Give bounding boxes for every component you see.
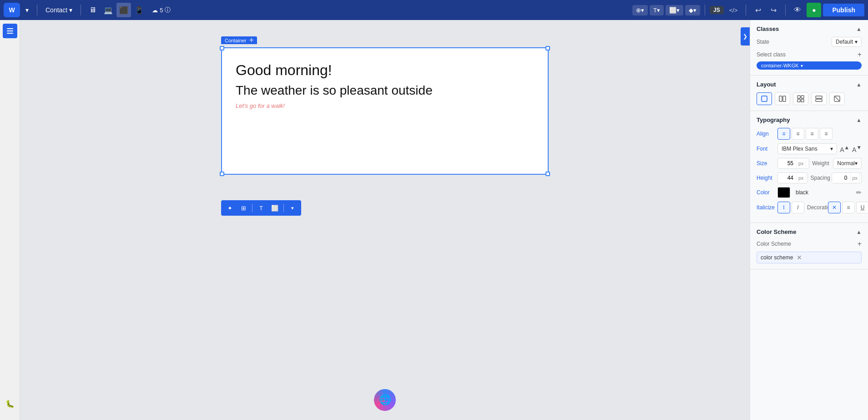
add-class-btn[interactable]: + <box>858 51 862 59</box>
js-badge: JS <box>710 6 724 14</box>
canvas-heading1[interactable]: Good morning! <box>236 62 534 79</box>
svg-rect-2 <box>7 33 13 34</box>
typography-title: Typography <box>757 116 790 123</box>
state-label: State <box>757 39 769 45</box>
weight-select[interactable]: Normal ▾ <box>833 158 862 169</box>
resize-handle-tl[interactable] <box>220 46 224 51</box>
font-select[interactable]: IBM Plex Sans ▾ <box>777 143 837 154</box>
italicize-btn-group: I I <box>777 202 804 213</box>
typo-font-row: Font IBM Plex Sans ▾ A▲ A▼ <box>757 143 862 154</box>
typo-color-row: Color black ✏ <box>757 187 862 198</box>
typo-size-weight-row: Size px ▲ ▼ Weight Normal ▾ <box>757 158 862 169</box>
layout-split[interactable] <box>811 92 827 105</box>
nav-logo-dropdown[interactable]: ▾ <box>22 5 32 15</box>
select-class-row: Select class + <box>757 51 862 59</box>
canvas-toolbar-layout[interactable]: ⊞ <box>237 202 249 214</box>
canvas-toolbar-move[interactable]: ✦ <box>224 202 236 214</box>
size-down-btn[interactable]: ▼ <box>806 163 810 168</box>
height-up-btn[interactable]: ▲ <box>806 173 808 178</box>
no-decoration-btn[interactable]: ✕ <box>828 202 841 213</box>
color-scheme-header: Color Scheme ▲ <box>757 228 862 235</box>
container-label: Container ✛ <box>221 36 257 44</box>
align-center-btn[interactable]: ≡ <box>792 128 804 140</box>
publish-btn[interactable]: Publish <box>823 4 864 16</box>
align-btn-group: ≡ ≡ ≡ ≡ <box>777 128 833 140</box>
globe-icon-wrapper: 🌐 <box>374 389 396 411</box>
layout-two-col[interactable] <box>775 92 790 105</box>
spacing-down-btn[interactable]: ▼ <box>860 178 862 182</box>
nav-logo[interactable]: W <box>4 3 20 17</box>
decoration-btn-group: ✕ ≡ U S <box>828 202 868 213</box>
decoration-align-btn[interactable]: ≡ <box>842 202 855 213</box>
canvas-subtext[interactable]: Let's go for a walk! <box>236 102 534 109</box>
nav-code-editor-btn[interactable]: </> <box>726 5 742 15</box>
canvas-container-wrapper: Container ✛ Good morning! The weather is… <box>221 47 549 175</box>
typo-height-spacing-row: Height px ▲ ▼ Spacing px ▲ ▼ <box>757 172 862 183</box>
svg-rect-8 <box>797 99 800 102</box>
spacing-stepper: ▲ ▼ <box>859 173 862 182</box>
nav-code-tool[interactable]: ◆▾ <box>685 5 700 15</box>
layout-hidden[interactable] <box>829 92 845 105</box>
layout-collapse-btn[interactable]: ▲ <box>856 81 862 88</box>
sidebar-layers-btn[interactable] <box>3 24 17 38</box>
spacing-input[interactable] <box>832 173 850 183</box>
svg-rect-7 <box>801 96 804 98</box>
right-panel: ❯ Classes ▲ State Default ▾ Select class… <box>750 20 868 420</box>
undo-redo-group: ↩ ↪ <box>751 3 781 17</box>
resize-handle-br[interactable] <box>545 172 550 176</box>
sidebar-bug-btn[interactable]: 🐛 <box>3 396 17 411</box>
color-scheme-remove-btn[interactable]: ✕ <box>797 254 802 261</box>
height-down-btn[interactable]: ▼ <box>806 178 808 182</box>
eyedropper-btn[interactable]: ✏ <box>856 189 862 196</box>
redo-btn[interactable]: ↪ <box>766 3 781 17</box>
color-swatch[interactable] <box>777 187 790 198</box>
resize-handle-bl[interactable] <box>220 172 224 176</box>
main-area: 🐛 Container ✛ Good morning! The weather … <box>0 20 868 420</box>
size-input[interactable] <box>778 158 796 168</box>
canvas-content-container[interactable]: Good morning! The weather is so pleasant… <box>221 47 549 175</box>
nav-text-tool[interactable]: T▾ <box>650 5 664 15</box>
nav-add-tool[interactable]: ⊕▾ <box>632 5 648 15</box>
classes-collapse-btn[interactable]: ▲ <box>856 26 862 32</box>
resize-handle-tr[interactable] <box>545 46 550 51</box>
layout-grid[interactable] <box>793 92 808 105</box>
nav-shape-tool[interactable]: ⬜▾ <box>666 5 683 15</box>
color-scheme-label: Color Scheme <box>757 241 791 247</box>
no-italic-btn[interactable]: I <box>777 202 790 213</box>
nav-device-group: 🖥 💻 ⬛ 📱 <box>86 3 146 17</box>
color-scheme-add-btn[interactable]: + <box>858 240 862 248</box>
svg-rect-11 <box>816 99 822 101</box>
undo-btn[interactable]: ↩ <box>751 3 765 17</box>
size-up-btn[interactable]: ▲ <box>806 159 810 163</box>
typo-style-row: Italicize I I Decoration ✕ ≡ U S <box>757 202 862 213</box>
svg-rect-6 <box>797 96 800 98</box>
layout-header: Layout ▲ <box>757 81 862 88</box>
nav-device-mobile[interactable]: 📱 <box>132 3 146 17</box>
preview-btn[interactable]: 👁 <box>790 3 805 17</box>
font-size-up-btn[interactable]: A▲ <box>840 144 849 153</box>
align-left-btn[interactable]: ≡ <box>777 128 790 140</box>
cloud-icon: ☁ <box>152 7 158 14</box>
align-justify-btn[interactable]: ≡ <box>820 128 833 140</box>
font-size-down-btn[interactable]: A▼ <box>852 144 862 153</box>
typo-font-label: Font <box>757 146 775 152</box>
canvas-toolbar-text[interactable]: T <box>255 202 267 214</box>
layout-block[interactable] <box>757 92 772 105</box>
state-dropdown[interactable]: Default ▾ <box>832 37 862 47</box>
nav-page-name[interactable]: Contact ▾ <box>42 5 76 15</box>
underline-btn[interactable]: U <box>856 202 868 213</box>
color-scheme-collapse-btn[interactable]: ▲ <box>856 229 862 235</box>
italic-btn[interactable]: I <box>792 202 804 213</box>
canvas-toolbar-element[interactable]: ⬜ <box>269 202 281 214</box>
canvas-toolbar-more[interactable]: ▾ <box>287 202 298 214</box>
typography-collapse-btn[interactable]: ▲ <box>856 117 862 123</box>
nav-device-laptop[interactable]: 💻 <box>101 3 116 17</box>
canvas-heading2[interactable]: The weather is so pleasant outside <box>236 83 534 98</box>
nav-device-desktop[interactable]: 🖥 <box>86 3 100 17</box>
height-input[interactable] <box>778 173 796 183</box>
class-badge[interactable]: container-WKGK ▾ <box>757 61 862 70</box>
container-move-icon[interactable]: ✛ <box>249 37 253 43</box>
align-right-btn[interactable]: ≡ <box>806 128 818 140</box>
nav-device-tablet[interactable]: ⬛ <box>116 3 131 17</box>
spacing-up-btn[interactable]: ▲ <box>860 173 862 178</box>
